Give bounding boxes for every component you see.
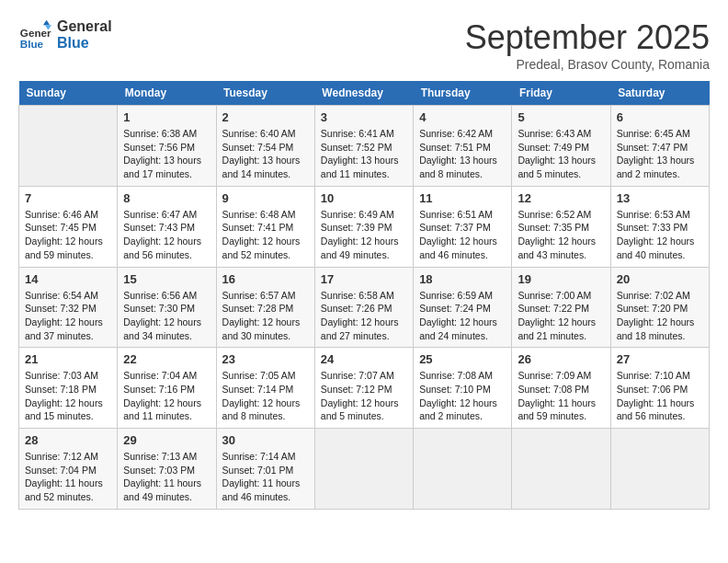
- day-number: 30: [222, 433, 309, 447]
- calendar-cell: 16Sunrise: 6:57 AM Sunset: 7:28 PM Dayli…: [216, 267, 314, 348]
- day-info: Sunrise: 6:51 AM Sunset: 7:37 PM Dayligh…: [419, 208, 506, 262]
- calendar-cell: [512, 429, 610, 510]
- month-title: September 2025: [465, 18, 710, 57]
- day-number: 27: [617, 352, 703, 366]
- day-number: 1: [123, 110, 210, 124]
- weekday-sunday: Sunday: [19, 81, 118, 106]
- calendar-cell: 20Sunrise: 7:02 AM Sunset: 7:20 PM Dayli…: [610, 267, 709, 348]
- calendar-cell: 15Sunrise: 6:56 AM Sunset: 7:30 PM Dayli…: [118, 267, 216, 348]
- calendar-cell: 6Sunrise: 6:45 AM Sunset: 7:47 PM Daylig…: [610, 106, 709, 187]
- day-number: 14: [25, 272, 111, 286]
- day-number: 16: [222, 272, 309, 286]
- weekday-thursday: Thursday: [414, 81, 512, 106]
- calendar-cell: 28Sunrise: 7:12 AM Sunset: 7:04 PM Dayli…: [19, 429, 118, 510]
- day-info: Sunrise: 7:14 AM Sunset: 7:01 PM Dayligh…: [222, 450, 309, 504]
- day-number: 8: [123, 191, 210, 205]
- day-number: 11: [419, 191, 506, 205]
- day-number: 18: [419, 272, 506, 286]
- day-info: Sunrise: 7:13 AM Sunset: 7:03 PM Dayligh…: [123, 450, 210, 504]
- calendar-cell: 26Sunrise: 7:09 AM Sunset: 7:08 PM Dayli…: [512, 348, 610, 429]
- logo-general: General: [57, 18, 112, 35]
- day-number: 20: [617, 272, 703, 286]
- day-info: Sunrise: 7:04 AM Sunset: 7:16 PM Dayligh…: [123, 369, 210, 423]
- day-info: Sunrise: 7:00 AM Sunset: 7:22 PM Dayligh…: [518, 289, 604, 343]
- day-number: 4: [419, 110, 506, 124]
- calendar-cell: 11Sunrise: 6:51 AM Sunset: 7:37 PM Dayli…: [414, 186, 512, 267]
- logo: General Blue General Blue: [18, 18, 112, 52]
- day-info: Sunrise: 7:08 AM Sunset: 7:10 PM Dayligh…: [419, 369, 506, 423]
- day-number: 2: [222, 110, 309, 124]
- calendar-cell: 24Sunrise: 7:07 AM Sunset: 7:12 PM Dayli…: [314, 348, 413, 429]
- calendar-cell: 12Sunrise: 6:52 AM Sunset: 7:35 PM Dayli…: [512, 186, 610, 267]
- calendar-cell: 30Sunrise: 7:14 AM Sunset: 7:01 PM Dayli…: [216, 429, 314, 510]
- day-number: 15: [123, 272, 210, 286]
- day-info: Sunrise: 6:49 AM Sunset: 7:39 PM Dayligh…: [321, 208, 407, 262]
- calendar-cell: 29Sunrise: 7:13 AM Sunset: 7:03 PM Dayli…: [118, 429, 216, 510]
- calendar-cell: 7Sunrise: 6:46 AM Sunset: 7:45 PM Daylig…: [19, 186, 118, 267]
- calendar-cell: 8Sunrise: 6:47 AM Sunset: 7:43 PM Daylig…: [118, 186, 216, 267]
- weekday-saturday: Saturday: [610, 81, 709, 106]
- calendar-cell: 5Sunrise: 6:43 AM Sunset: 7:49 PM Daylig…: [512, 106, 610, 187]
- day-number: 9: [222, 191, 309, 205]
- svg-text:Blue: Blue: [20, 38, 44, 50]
- day-info: Sunrise: 7:12 AM Sunset: 7:04 PM Dayligh…: [25, 450, 111, 504]
- calendar-cell: 3Sunrise: 6:41 AM Sunset: 7:52 PM Daylig…: [314, 106, 413, 187]
- day-info: Sunrise: 6:47 AM Sunset: 7:43 PM Dayligh…: [123, 208, 210, 262]
- day-number: 3: [321, 110, 407, 124]
- calendar-cell: 23Sunrise: 7:05 AM Sunset: 7:14 PM Dayli…: [216, 348, 314, 429]
- day-info: Sunrise: 6:59 AM Sunset: 7:24 PM Dayligh…: [419, 289, 506, 343]
- calendar-cell: 17Sunrise: 6:58 AM Sunset: 7:26 PM Dayli…: [314, 267, 413, 348]
- logo-icon: General Blue: [18, 18, 51, 52]
- week-row-1: 1Sunrise: 6:38 AM Sunset: 7:56 PM Daylig…: [19, 106, 710, 187]
- day-info: Sunrise: 7:05 AM Sunset: 7:14 PM Dayligh…: [222, 369, 309, 423]
- day-info: Sunrise: 6:43 AM Sunset: 7:49 PM Dayligh…: [518, 127, 604, 181]
- calendar-cell: 10Sunrise: 6:49 AM Sunset: 7:39 PM Dayli…: [314, 186, 413, 267]
- calendar-cell: 13Sunrise: 6:53 AM Sunset: 7:33 PM Dayli…: [610, 186, 709, 267]
- calendar-cell: 25Sunrise: 7:08 AM Sunset: 7:10 PM Dayli…: [414, 348, 512, 429]
- day-info: Sunrise: 6:52 AM Sunset: 7:35 PM Dayligh…: [518, 208, 604, 262]
- calendar-cell: [314, 429, 413, 510]
- calendar-cell: 21Sunrise: 7:03 AM Sunset: 7:18 PM Dayli…: [19, 348, 118, 429]
- day-number: 26: [518, 352, 604, 366]
- day-number: 10: [321, 191, 407, 205]
- calendar-cell: 2Sunrise: 6:40 AM Sunset: 7:54 PM Daylig…: [216, 106, 314, 187]
- day-info: Sunrise: 6:48 AM Sunset: 7:41 PM Dayligh…: [222, 208, 309, 262]
- svg-marker-2: [43, 20, 50, 25]
- weekday-header: SundayMondayTuesdayWednesdayThursdayFrid…: [19, 81, 710, 106]
- day-number: 29: [123, 433, 210, 447]
- week-row-4: 21Sunrise: 7:03 AM Sunset: 7:18 PM Dayli…: [19, 348, 710, 429]
- week-row-2: 7Sunrise: 6:46 AM Sunset: 7:45 PM Daylig…: [19, 186, 710, 267]
- day-number: 13: [617, 191, 703, 205]
- day-info: Sunrise: 6:56 AM Sunset: 7:30 PM Dayligh…: [123, 289, 210, 343]
- logo-blue: Blue: [57, 35, 112, 52]
- week-row-5: 28Sunrise: 7:12 AM Sunset: 7:04 PM Dayli…: [19, 429, 710, 510]
- day-info: Sunrise: 6:46 AM Sunset: 7:45 PM Dayligh…: [25, 208, 111, 262]
- day-info: Sunrise: 6:38 AM Sunset: 7:56 PM Dayligh…: [123, 127, 210, 181]
- week-row-3: 14Sunrise: 6:54 AM Sunset: 7:32 PM Dayli…: [19, 267, 710, 348]
- calendar-cell: [414, 429, 512, 510]
- day-number: 12: [518, 191, 604, 205]
- day-info: Sunrise: 6:54 AM Sunset: 7:32 PM Dayligh…: [25, 289, 111, 343]
- day-info: Sunrise: 6:57 AM Sunset: 7:28 PM Dayligh…: [222, 289, 309, 343]
- day-info: Sunrise: 6:42 AM Sunset: 7:51 PM Dayligh…: [419, 127, 506, 181]
- calendar-cell: 4Sunrise: 6:42 AM Sunset: 7:51 PM Daylig…: [414, 106, 512, 187]
- day-number: 5: [518, 110, 604, 124]
- day-info: Sunrise: 6:58 AM Sunset: 7:26 PM Dayligh…: [321, 289, 407, 343]
- day-info: Sunrise: 6:45 AM Sunset: 7:47 PM Dayligh…: [617, 127, 703, 181]
- weekday-friday: Friday: [512, 81, 610, 106]
- day-info: Sunrise: 7:02 AM Sunset: 7:20 PM Dayligh…: [617, 289, 703, 343]
- calendar-cell: 9Sunrise: 6:48 AM Sunset: 7:41 PM Daylig…: [216, 186, 314, 267]
- calendar-cell: 27Sunrise: 7:10 AM Sunset: 7:06 PM Dayli…: [610, 348, 709, 429]
- calendar-cell: 14Sunrise: 6:54 AM Sunset: 7:32 PM Dayli…: [19, 267, 118, 348]
- day-info: Sunrise: 7:07 AM Sunset: 7:12 PM Dayligh…: [321, 369, 407, 423]
- day-number: 6: [617, 110, 703, 124]
- day-info: Sunrise: 6:53 AM Sunset: 7:33 PM Dayligh…: [617, 208, 703, 262]
- day-number: 23: [222, 352, 309, 366]
- day-info: Sunrise: 7:09 AM Sunset: 7:08 PM Dayligh…: [518, 369, 604, 423]
- weekday-tuesday: Tuesday: [216, 81, 314, 106]
- calendar-body: 1Sunrise: 6:38 AM Sunset: 7:56 PM Daylig…: [19, 106, 710, 510]
- day-info: Sunrise: 6:41 AM Sunset: 7:52 PM Dayligh…: [321, 127, 407, 181]
- calendar-cell: 22Sunrise: 7:04 AM Sunset: 7:16 PM Dayli…: [118, 348, 216, 429]
- calendar-cell: 18Sunrise: 6:59 AM Sunset: 7:24 PM Dayli…: [414, 267, 512, 348]
- day-number: 24: [321, 352, 407, 366]
